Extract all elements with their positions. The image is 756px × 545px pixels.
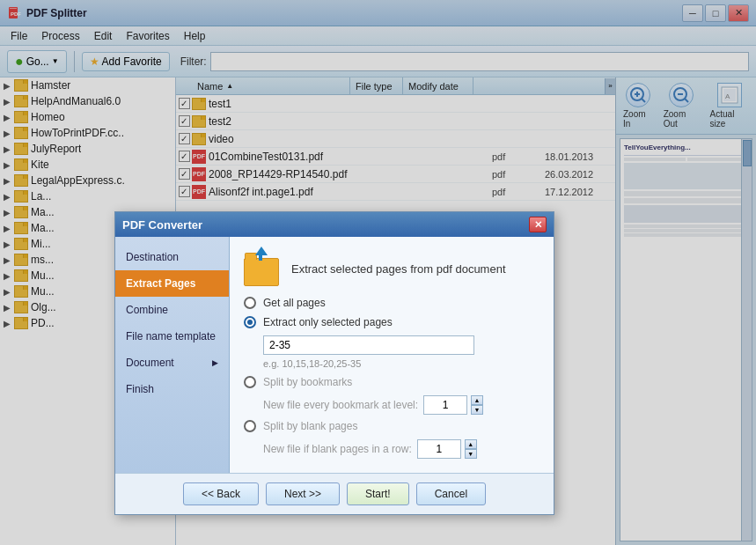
split-blank-option[interactable]: Split by blank pages: [244, 420, 539, 432]
nav-destination[interactable]: Destination: [115, 244, 229, 270]
dialog-title-text: PDF Converter: [122, 218, 202, 232]
extract-selected-label: Extract only selected pages: [263, 316, 393, 328]
blank-value-input[interactable]: [417, 439, 461, 459]
split-blank-sublabel: New file if blank pages in a row:: [263, 443, 412, 455]
extract-selected-option[interactable]: Extract only selected pages: [244, 316, 539, 328]
dialog-close-button[interactable]: ✕: [529, 217, 547, 232]
nav-file-name-template[interactable]: File name template: [115, 323, 229, 350]
split-bookmarks-option[interactable]: Split by bookmarks: [244, 376, 539, 388]
dialog-title-bar: PDF Converter ✕: [115, 212, 554, 237]
cancel-button[interactable]: Cancel: [416, 482, 486, 505]
bookmarks-spinner-buttons: ▲ ▼: [471, 395, 483, 415]
next-button[interactable]: Next >>: [266, 482, 340, 505]
pages-hint: e.g. 10,15,18-20,25-35: [263, 358, 539, 369]
split-bookmarks-radio[interactable]: [244, 376, 256, 388]
dialog-header-text: Extract selected pages from pdf document: [291, 262, 506, 276]
dialog-folder-icon: [244, 251, 283, 286]
split-bookmarks-sublabel: New file every bookmark at level:: [263, 399, 418, 411]
bookmarks-decrement[interactable]: ▼: [471, 405, 483, 415]
back-button[interactable]: << Back: [183, 482, 259, 505]
pages-input[interactable]: [263, 335, 474, 355]
split-blank-label: Split by blank pages: [263, 420, 357, 432]
dialog-footer: << Back Next >> Start! Cancel: [115, 473, 554, 514]
blank-spinner: ▲ ▼: [417, 439, 477, 459]
nav-combine[interactable]: Combine: [115, 297, 229, 323]
blank-increment[interactable]: ▲: [465, 439, 477, 449]
nav-extract-pages[interactable]: Extract Pages: [115, 270, 229, 297]
get-all-pages-option[interactable]: Get all pages: [244, 297, 539, 309]
extract-selected-radio[interactable]: [244, 316, 256, 328]
dialog-nav: Destination Extract Pages Combine File n…: [115, 237, 230, 473]
nav-document[interactable]: Document: [115, 350, 229, 376]
bookmarks-increment[interactable]: ▲: [471, 395, 483, 405]
pdf-converter-dialog: PDF Converter ✕ Destination Extract Page…: [114, 211, 554, 515]
dialog-body: Destination Extract Pages Combine File n…: [115, 237, 554, 473]
blank-spinner-buttons: ▲ ▼: [465, 439, 477, 459]
split-bookmarks-label: Split by bookmarks: [263, 376, 352, 388]
start-button[interactable]: Start!: [347, 482, 409, 505]
blank-decrement[interactable]: ▼: [465, 449, 477, 459]
bookmarks-value-input[interactable]: [423, 395, 467, 415]
bookmarks-spinner: ▲ ▼: [423, 395, 483, 415]
dialog-content: Extract selected pages from pdf document…: [230, 237, 554, 473]
split-blank-radio[interactable]: [244, 420, 256, 432]
get-all-label: Get all pages: [263, 297, 326, 309]
nav-finish[interactable]: Finish: [115, 376, 229, 402]
get-all-radio[interactable]: [244, 297, 256, 309]
